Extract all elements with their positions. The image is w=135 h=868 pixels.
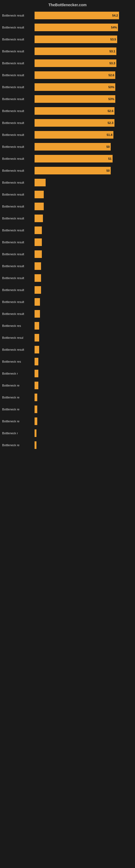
bar-fill bbox=[35, 310, 40, 318]
bar-value: 54% bbox=[111, 26, 117, 29]
bar-row: Bottleneck result bbox=[0, 273, 135, 282]
bar-container bbox=[35, 250, 133, 258]
bar-fill: 53% bbox=[35, 83, 115, 91]
bar-row: Bottleneck result52.3 bbox=[0, 118, 135, 127]
bar-label: Bottleneck r bbox=[2, 432, 35, 435]
bar-container bbox=[35, 310, 133, 318]
bar-container bbox=[35, 346, 133, 353]
bar-label: Bottleneck result bbox=[2, 181, 35, 184]
bar-label: Bottleneck result bbox=[2, 169, 35, 172]
bar-fill bbox=[35, 417, 37, 425]
bar-label: Bottleneck result bbox=[2, 109, 35, 113]
bar-container bbox=[35, 382, 133, 389]
bar-fill bbox=[35, 262, 41, 270]
bar-fill: 50 bbox=[35, 143, 111, 151]
bar-fill bbox=[35, 394, 37, 401]
bar-label: Bottleneck result bbox=[2, 241, 35, 244]
bar-container bbox=[35, 370, 133, 377]
bar-row: Bottleneck result bbox=[0, 249, 135, 258]
bar-fill bbox=[35, 274, 41, 282]
bar-container bbox=[35, 191, 133, 198]
bar-row: Bottleneck result54% bbox=[0, 23, 135, 32]
bar-row: Bottleneck result51 bbox=[0, 154, 135, 163]
bar-container: 53.1 bbox=[35, 48, 133, 55]
bar-label: Bottleneck res bbox=[2, 360, 35, 363]
bar-fill: 53% bbox=[35, 95, 115, 103]
bar-label: Bottleneck result bbox=[2, 157, 35, 160]
bar-container bbox=[35, 417, 133, 425]
bar-container: 52.3 bbox=[35, 119, 133, 127]
bar-label: Bottleneck result bbox=[2, 276, 35, 280]
bar-row: Bottleneck result bbox=[0, 309, 135, 318]
bar-row: Bottleneck result bbox=[0, 261, 135, 271]
bar-fill bbox=[35, 370, 38, 377]
bar-row: Bottleneck re bbox=[0, 416, 135, 426]
bar-container bbox=[35, 429, 133, 437]
bar-row: Bottleneck result52.6 bbox=[0, 70, 135, 80]
bar-row: Bottleneck result bbox=[0, 345, 135, 354]
bar-value: 53% bbox=[108, 97, 114, 101]
bar-container bbox=[35, 358, 133, 365]
bar-value: 52.6 bbox=[108, 73, 114, 77]
bar-value: 53.1 bbox=[109, 50, 115, 53]
bar-value: 53.3 bbox=[109, 62, 115, 65]
bar-fill bbox=[35, 203, 44, 210]
bar-container bbox=[35, 298, 133, 306]
bar-fill: 52.6 bbox=[35, 107, 115, 115]
bar-label: Bottleneck result bbox=[2, 288, 35, 291]
bar-fill bbox=[35, 250, 42, 258]
bar-container bbox=[35, 441, 133, 449]
bar-label: Bottleneck result bbox=[2, 86, 35, 89]
bar-label: Bottleneck re bbox=[2, 408, 35, 411]
bar-container: 51 bbox=[35, 155, 133, 162]
bar-row: Bottleneck result bbox=[0, 297, 135, 306]
bar-row: Bottleneck result51.8 bbox=[0, 130, 135, 139]
bar-row: Bottleneck result54.2 bbox=[0, 10, 135, 20]
bar-label: Bottleneck re bbox=[2, 420, 35, 423]
bar-container bbox=[35, 322, 133, 330]
bar-row: Bottleneck result50 bbox=[0, 142, 135, 151]
bar-container bbox=[35, 262, 133, 270]
bar-container bbox=[35, 203, 133, 210]
bar-fill: 52.6 bbox=[35, 71, 115, 79]
bar-row: Bottleneck r bbox=[0, 428, 135, 437]
bar-value: 54.2 bbox=[112, 14, 118, 17]
bar-fill bbox=[35, 358, 38, 365]
bar-container bbox=[35, 274, 133, 282]
bar-row: Bottleneck result bbox=[0, 237, 135, 247]
bar-fill bbox=[35, 322, 39, 330]
bar-label: Bottleneck re bbox=[2, 443, 35, 447]
bar-label: Bottleneck result bbox=[2, 50, 35, 53]
bar-fill: 50 bbox=[35, 167, 111, 175]
bar-row: Bottleneck result53% bbox=[0, 94, 135, 103]
bar-container bbox=[35, 239, 133, 246]
bar-label: Bottleneck r bbox=[2, 372, 35, 375]
bar-label: Bottleneck result bbox=[2, 133, 35, 136]
bar-label: Bottleneck result bbox=[2, 265, 35, 268]
bar-container bbox=[35, 226, 133, 234]
bar-label: Bottleneck result bbox=[2, 38, 35, 41]
bar-container: 53% bbox=[35, 95, 133, 103]
bar-fill bbox=[35, 215, 43, 222]
bar-label: Bottleneck result bbox=[2, 62, 35, 65]
bar-value: 50 bbox=[106, 169, 109, 172]
bar-fill bbox=[35, 239, 42, 246]
bar-value: 52.6 bbox=[107, 109, 113, 113]
bar-label: Bottleneck result bbox=[2, 14, 35, 17]
bar-value: 51 bbox=[108, 157, 111, 160]
bar-row: Bottleneck re bbox=[0, 393, 135, 402]
bar-row: Bottleneck result52.6 bbox=[0, 106, 135, 115]
bar-row: Bottleneck result bbox=[0, 190, 135, 199]
bar-container: 50 bbox=[35, 167, 133, 175]
bar-container: 53.3 bbox=[35, 59, 133, 67]
bar-container: 50 bbox=[35, 143, 133, 151]
bar-row: Bottleneck re bbox=[0, 380, 135, 390]
bar-row: Bottleneck re bbox=[0, 404, 135, 414]
bar-fill bbox=[35, 179, 46, 186]
bar-container bbox=[35, 405, 133, 413]
bar-fill bbox=[35, 191, 44, 198]
bar-label: Bottleneck re bbox=[2, 384, 35, 387]
bar-label: Bottleneck res bbox=[2, 324, 35, 328]
bar-container bbox=[35, 334, 133, 341]
bar-row: Bottleneck result53% bbox=[0, 82, 135, 91]
